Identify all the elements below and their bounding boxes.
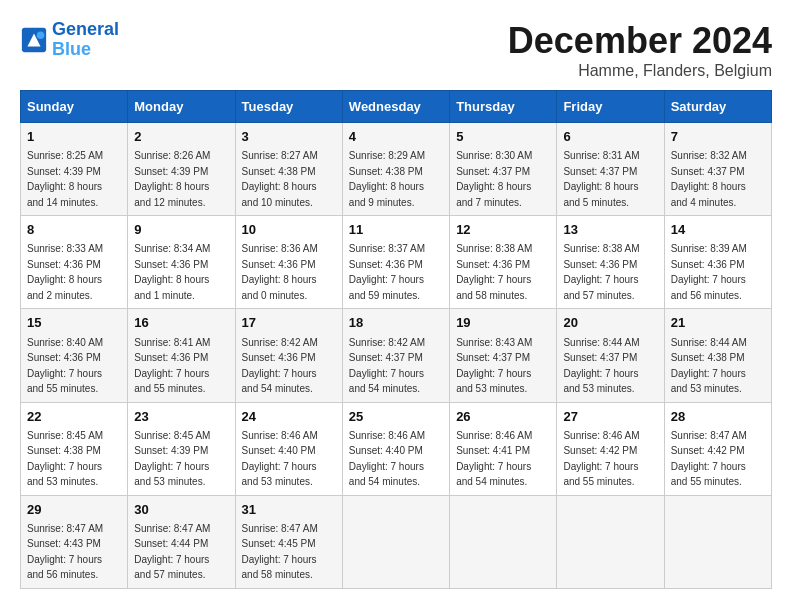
day-number: 26 (456, 408, 550, 426)
day-detail: Sunrise: 8:46 AMSunset: 4:41 PMDaylight:… (456, 430, 532, 488)
day-detail: Sunrise: 8:36 AMSunset: 4:36 PMDaylight:… (242, 243, 318, 301)
day-number: 20 (563, 314, 657, 332)
table-row: 30 Sunrise: 8:47 AMSunset: 4:44 PMDaylig… (128, 495, 235, 588)
table-row: 9 Sunrise: 8:34 AMSunset: 4:36 PMDayligh… (128, 216, 235, 309)
col-wednesday: Wednesday (342, 91, 449, 123)
calendar-week-1: 1 Sunrise: 8:25 AMSunset: 4:39 PMDayligh… (21, 123, 772, 216)
day-number: 23 (134, 408, 228, 426)
table-row: 21 Sunrise: 8:44 AMSunset: 4:38 PMDaylig… (664, 309, 771, 402)
day-detail: Sunrise: 8:40 AMSunset: 4:36 PMDaylight:… (27, 337, 103, 395)
day-number: 6 (563, 128, 657, 146)
day-detail: Sunrise: 8:46 AMSunset: 4:40 PMDaylight:… (242, 430, 318, 488)
day-number: 30 (134, 501, 228, 519)
table-row: 3 Sunrise: 8:27 AMSunset: 4:38 PMDayligh… (235, 123, 342, 216)
day-detail: Sunrise: 8:45 AMSunset: 4:38 PMDaylight:… (27, 430, 103, 488)
table-row (664, 495, 771, 588)
day-detail: Sunrise: 8:47 AMSunset: 4:43 PMDaylight:… (27, 523, 103, 581)
day-detail: Sunrise: 8:37 AMSunset: 4:36 PMDaylight:… (349, 243, 425, 301)
col-tuesday: Tuesday (235, 91, 342, 123)
day-number: 19 (456, 314, 550, 332)
table-row: 11 Sunrise: 8:37 AMSunset: 4:36 PMDaylig… (342, 216, 449, 309)
table-row: 14 Sunrise: 8:39 AMSunset: 4:36 PMDaylig… (664, 216, 771, 309)
logo-line1: General (52, 19, 119, 39)
day-detail: Sunrise: 8:42 AMSunset: 4:37 PMDaylight:… (349, 337, 425, 395)
day-number: 25 (349, 408, 443, 426)
day-detail: Sunrise: 8:47 AMSunset: 4:44 PMDaylight:… (134, 523, 210, 581)
table-row: 28 Sunrise: 8:47 AMSunset: 4:42 PMDaylig… (664, 402, 771, 495)
day-number: 4 (349, 128, 443, 146)
day-number: 7 (671, 128, 765, 146)
table-row: 13 Sunrise: 8:38 AMSunset: 4:36 PMDaylig… (557, 216, 664, 309)
day-number: 12 (456, 221, 550, 239)
table-row: 26 Sunrise: 8:46 AMSunset: 4:41 PMDaylig… (450, 402, 557, 495)
col-monday: Monday (128, 91, 235, 123)
logo-icon (20, 26, 48, 54)
calendar-week-2: 8 Sunrise: 8:33 AMSunset: 4:36 PMDayligh… (21, 216, 772, 309)
day-detail: Sunrise: 8:34 AMSunset: 4:36 PMDaylight:… (134, 243, 210, 301)
table-row: 27 Sunrise: 8:46 AMSunset: 4:42 PMDaylig… (557, 402, 664, 495)
day-detail: Sunrise: 8:42 AMSunset: 4:36 PMDaylight:… (242, 337, 318, 395)
table-row: 12 Sunrise: 8:38 AMSunset: 4:36 PMDaylig… (450, 216, 557, 309)
day-number: 2 (134, 128, 228, 146)
day-number: 10 (242, 221, 336, 239)
col-friday: Friday (557, 91, 664, 123)
day-number: 22 (27, 408, 121, 426)
day-detail: Sunrise: 8:45 AMSunset: 4:39 PMDaylight:… (134, 430, 210, 488)
svg-point-2 (37, 31, 44, 38)
table-row: 15 Sunrise: 8:40 AMSunset: 4:36 PMDaylig… (21, 309, 128, 402)
table-row: 7 Sunrise: 8:32 AMSunset: 4:37 PMDayligh… (664, 123, 771, 216)
table-row: 19 Sunrise: 8:43 AMSunset: 4:37 PMDaylig… (450, 309, 557, 402)
table-row (557, 495, 664, 588)
day-number: 15 (27, 314, 121, 332)
calendar-week-4: 22 Sunrise: 8:45 AMSunset: 4:38 PMDaylig… (21, 402, 772, 495)
logo-text: General Blue (52, 20, 119, 60)
table-row: 2 Sunrise: 8:26 AMSunset: 4:39 PMDayligh… (128, 123, 235, 216)
table-row: 10 Sunrise: 8:36 AMSunset: 4:36 PMDaylig… (235, 216, 342, 309)
day-detail: Sunrise: 8:26 AMSunset: 4:39 PMDaylight:… (134, 150, 210, 208)
day-number: 29 (27, 501, 121, 519)
day-detail: Sunrise: 8:38 AMSunset: 4:36 PMDaylight:… (456, 243, 532, 301)
table-row: 1 Sunrise: 8:25 AMSunset: 4:39 PMDayligh… (21, 123, 128, 216)
day-number: 18 (349, 314, 443, 332)
logo-line2: Blue (52, 39, 91, 59)
day-detail: Sunrise: 8:41 AMSunset: 4:36 PMDaylight:… (134, 337, 210, 395)
table-row: 31 Sunrise: 8:47 AMSunset: 4:45 PMDaylig… (235, 495, 342, 588)
month-title: December 2024 (508, 20, 772, 62)
day-detail: Sunrise: 8:44 AMSunset: 4:38 PMDaylight:… (671, 337, 747, 395)
calendar-week-5: 29 Sunrise: 8:47 AMSunset: 4:43 PMDaylig… (21, 495, 772, 588)
day-detail: Sunrise: 8:33 AMSunset: 4:36 PMDaylight:… (27, 243, 103, 301)
header-row: Sunday Monday Tuesday Wednesday Thursday… (21, 91, 772, 123)
header: General Blue December 2024 Hamme, Flande… (20, 20, 772, 80)
table-row: 24 Sunrise: 8:46 AMSunset: 4:40 PMDaylig… (235, 402, 342, 495)
col-sunday: Sunday (21, 91, 128, 123)
day-number: 16 (134, 314, 228, 332)
day-detail: Sunrise: 8:25 AMSunset: 4:39 PMDaylight:… (27, 150, 103, 208)
day-number: 24 (242, 408, 336, 426)
day-detail: Sunrise: 8:47 AMSunset: 4:45 PMDaylight:… (242, 523, 318, 581)
table-row: 17 Sunrise: 8:42 AMSunset: 4:36 PMDaylig… (235, 309, 342, 402)
calendar-week-3: 15 Sunrise: 8:40 AMSunset: 4:36 PMDaylig… (21, 309, 772, 402)
day-number: 11 (349, 221, 443, 239)
day-number: 17 (242, 314, 336, 332)
day-detail: Sunrise: 8:29 AMSunset: 4:38 PMDaylight:… (349, 150, 425, 208)
table-row: 22 Sunrise: 8:45 AMSunset: 4:38 PMDaylig… (21, 402, 128, 495)
day-number: 3 (242, 128, 336, 146)
logo: General Blue (20, 20, 119, 60)
day-number: 13 (563, 221, 657, 239)
day-number: 1 (27, 128, 121, 146)
day-detail: Sunrise: 8:32 AMSunset: 4:37 PMDaylight:… (671, 150, 747, 208)
day-number: 14 (671, 221, 765, 239)
table-row (450, 495, 557, 588)
day-number: 27 (563, 408, 657, 426)
table-row: 6 Sunrise: 8:31 AMSunset: 4:37 PMDayligh… (557, 123, 664, 216)
day-number: 8 (27, 221, 121, 239)
day-number: 21 (671, 314, 765, 332)
day-detail: Sunrise: 8:39 AMSunset: 4:36 PMDaylight:… (671, 243, 747, 301)
day-detail: Sunrise: 8:31 AMSunset: 4:37 PMDaylight:… (563, 150, 639, 208)
table-row: 23 Sunrise: 8:45 AMSunset: 4:39 PMDaylig… (128, 402, 235, 495)
location-title: Hamme, Flanders, Belgium (508, 62, 772, 80)
day-detail: Sunrise: 8:47 AMSunset: 4:42 PMDaylight:… (671, 430, 747, 488)
table-row: 8 Sunrise: 8:33 AMSunset: 4:36 PMDayligh… (21, 216, 128, 309)
table-row: 5 Sunrise: 8:30 AMSunset: 4:37 PMDayligh… (450, 123, 557, 216)
day-detail: Sunrise: 8:46 AMSunset: 4:40 PMDaylight:… (349, 430, 425, 488)
